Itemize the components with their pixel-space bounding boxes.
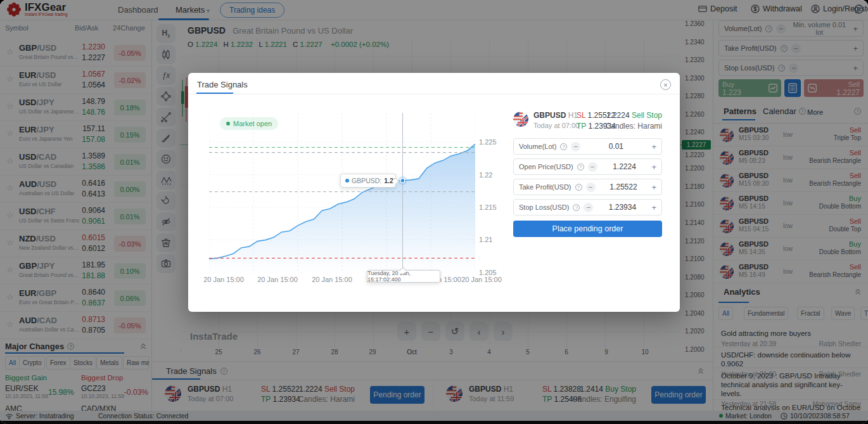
time-tooltip: Tuesday, 20 Jan, 15:17:02:400 xyxy=(367,270,440,283)
place-pending-order-button[interactable]: Place pending order xyxy=(513,221,662,237)
open-price-label: Open Price(USD) xyxy=(519,163,573,170)
signal-symbol: GBPUSD xyxy=(533,111,566,120)
volume-field[interactable]: Volume(Lot) 0.01 xyxy=(513,138,662,155)
plus-stepper[interactable] xyxy=(651,203,656,212)
help-icon[interactable] xyxy=(577,164,584,170)
plus-stepper[interactable] xyxy=(651,162,656,172)
signal-side: Sell Stop xyxy=(632,111,662,120)
volume-label: Volume(Lot) xyxy=(519,143,556,150)
signal-time: Today at 07:00 xyxy=(533,122,579,129)
open-price-value[interactable]: 1.2224 xyxy=(601,162,648,171)
gbpusd-flag-icon xyxy=(513,112,528,127)
minus-stepper[interactable] xyxy=(584,203,593,212)
signal-chart[interactable] xyxy=(209,113,475,273)
volume-value[interactable]: 0.01 xyxy=(584,142,648,151)
minus-stepper[interactable] xyxy=(571,142,580,151)
stop-loss-field[interactable]: Stop Loss(USD) 1.23934 xyxy=(513,199,662,215)
take-profit-label: Take Profit(USD) xyxy=(519,183,571,191)
signal-candles: Candles: Harami xyxy=(573,122,662,131)
y-axis-tick: 1.215 xyxy=(479,203,503,211)
y-axis-tick: 1.225 xyxy=(479,138,503,146)
x-axis-label: 20 Jan 15:00 xyxy=(196,276,251,283)
y-axis-tick: 1.21 xyxy=(479,236,503,243)
x-axis-label: 20 Jan 15:00 xyxy=(250,276,305,283)
minus-stepper[interactable] xyxy=(586,183,596,192)
stop-loss-value[interactable]: 1.23934 xyxy=(597,203,648,212)
plus-stepper[interactable] xyxy=(651,142,656,151)
trade-signals-modal: Trade Signals Market open 1.225 1.22 1.2… xyxy=(188,73,680,312)
x-axis-label: 20 Jan 15:00 xyxy=(305,276,359,283)
take-profit-value[interactable]: 1.25522 xyxy=(599,183,648,191)
help-icon[interactable] xyxy=(573,204,580,211)
price-tooltip: GBPUSD: 1.22 xyxy=(340,174,396,188)
signal-price: 1.2224 xyxy=(606,111,630,120)
market-open-badge: Market open xyxy=(220,117,278,130)
open-price-field[interactable]: Open Price(USD) 1.2224 xyxy=(513,158,662,175)
minus-stepper[interactable] xyxy=(588,162,597,172)
plus-stepper[interactable] xyxy=(651,183,656,192)
close-icon[interactable] xyxy=(660,79,671,90)
y-axis-tick: 1.22 xyxy=(479,171,503,179)
take-profit-field[interactable]: Take Profit(USD) 1.25522 xyxy=(513,179,662,195)
help-icon[interactable] xyxy=(560,143,567,150)
stop-loss-label: Stop Loss(USD) xyxy=(519,203,569,211)
series-dot-icon xyxy=(345,179,349,183)
help-icon[interactable] xyxy=(575,184,582,191)
modal-tab-trade-signals[interactable]: Trade Signals xyxy=(197,80,248,89)
app-window: IFXGear Instant IFXGear trading Dashboar… xyxy=(0,0,868,424)
x-axis-label: 20 Jan 15:00 xyxy=(454,276,509,283)
